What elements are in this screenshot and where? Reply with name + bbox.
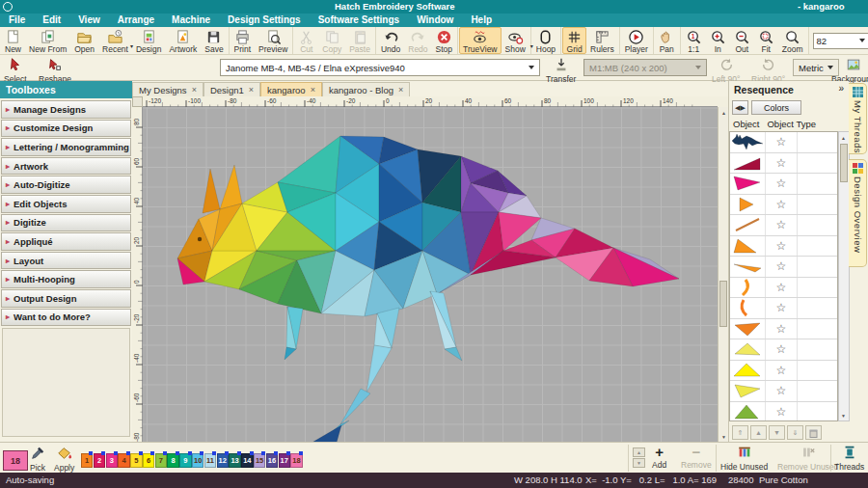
sidebar-item-artwork[interactable]: ▸Artwork <box>1 157 131 176</box>
palette-color-1[interactable]: 1 <box>81 453 93 468</box>
palette-color-10[interactable]: 10 <box>192 453 203 468</box>
close-icon[interactable]: × <box>192 86 197 95</box>
toolbar-button-open[interactable]: Open <box>70 27 98 54</box>
hide-unused-button[interactable]: Hide Unused <box>720 445 768 472</box>
sidebar-item-layout[interactable]: ▸Layout <box>1 252 131 270</box>
list-scroll-thumb[interactable] <box>840 144 848 182</box>
favorite-star-icon[interactable]: ☆ <box>766 298 798 318</box>
object-thumbnail-tri5[interactable] <box>730 257 766 277</box>
pick-color-button[interactable]: Pick <box>30 446 45 473</box>
favorite-star-icon[interactable]: ☆ <box>766 236 798 257</box>
palette-color-6[interactable]: 6 <box>143 453 154 468</box>
palette-color-13[interactable]: 13 <box>229 453 240 468</box>
sidebar-item-appliqu-[interactable]: ▸Appliqué <box>1 232 131 251</box>
favorite-star-icon[interactable]: ☆ <box>766 257 798 277</box>
favorite-star-icon[interactable]: ☆ <box>766 339 798 360</box>
favorite-star-icon[interactable]: ☆ <box>766 381 798 401</box>
menu-software-settings[interactable]: Software Settings <box>310 14 408 27</box>
sidebar-item-want-to-do-more-[interactable]: ▸Want to do More? <box>1 309 131 327</box>
panel-collapse-icon[interactable]: » <box>838 83 844 94</box>
object-row[interactable]: ☆ <box>730 361 837 382</box>
favorite-star-icon[interactable]: ☆ <box>766 195 798 215</box>
object-thumbnail-tri8[interactable] <box>730 361 766 381</box>
palette-color-18[interactable]: 18 <box>290 453 302 468</box>
palette-color-8[interactable]: 8 <box>167 453 178 468</box>
palette-color-16[interactable]: 16 <box>266 453 278 468</box>
palette-color-7[interactable]: 7 <box>155 453 167 468</box>
palette-color-9[interactable]: 9 <box>179 453 191 468</box>
object-thumbnail-tri10[interactable] <box>730 402 766 422</box>
toolbar-button-hoop[interactable]: Hoop <box>532 27 559 54</box>
toolbar-button-cut[interactable]: Cut <box>294 27 318 54</box>
object-thumbnail-tri6[interactable] <box>730 319 766 339</box>
sidebar-item-lettering-monogramming[interactable]: ▸Lettering / Monogramming <box>1 138 131 156</box>
menu-design-settings[interactable]: Design Settings <box>219 14 310 27</box>
favorite-star-icon[interactable]: ☆ <box>766 215 798 235</box>
sidebar-item-auto-digitize[interactable]: ▸Auto-Digitize <box>1 176 131 194</box>
toolbar-button-show[interactable]: Show▾ <box>502 27 529 54</box>
toolbar-button-undo[interactable]: Undo <box>377 27 404 54</box>
palette-color-11[interactable]: 11 <box>204 453 216 468</box>
toolbar-button-fit[interactable]: Fit <box>754 27 778 54</box>
sidebar-item-customize-design[interactable]: ▸Customize Design <box>1 120 131 138</box>
favorite-star-icon[interactable]: ☆ <box>766 132 798 152</box>
resequence-mode-button[interactable]: ◀▶ <box>732 100 748 115</box>
toolbar-button-copy[interactable]: Copy <box>318 27 345 54</box>
toolbar-button-grid[interactable]: Grid <box>562 27 586 54</box>
move-up-button[interactable]: ▲ <box>750 425 767 440</box>
object-thumbnail-tri7[interactable] <box>730 339 766 360</box>
menu-machine[interactable]: Machine <box>163 14 219 27</box>
favorite-star-icon[interactable]: ☆ <box>766 319 798 339</box>
doc-tab-kangaroo[interactable]: kangaroo× <box>260 82 322 96</box>
design-canvas[interactable] <box>143 107 718 442</box>
toolbar-button-rulers[interactable]: Rulers <box>586 27 618 54</box>
toolbar-button-recent[interactable]: Recent▾ <box>98 27 132 54</box>
object-thumbnail-curve[interactable] <box>730 278 766 298</box>
object-row[interactable]: ☆ <box>730 278 837 299</box>
favorite-star-icon[interactable]: ☆ <box>766 361 798 381</box>
object-row[interactable]: ☆ <box>730 402 837 422</box>
scroll-down-icon[interactable]: ▼ <box>838 410 849 420</box>
object-thumbnail-line[interactable] <box>730 215 766 235</box>
menu-window[interactable]: Window <box>408 14 462 27</box>
palette-color-12[interactable]: 12 <box>217 453 229 468</box>
palette-color-4[interactable]: 4 <box>118 453 129 468</box>
object-row[interactable]: ☆ <box>730 153 837 175</box>
toolbar-button-redo[interactable]: Redo <box>404 27 431 54</box>
sidebar-item-output-design[interactable]: ▸Output Design <box>1 289 131 308</box>
close-icon[interactable]: × <box>398 86 403 95</box>
object-thumbnail-tri4[interactable] <box>730 236 766 257</box>
object-thumbnail-kangaroo[interactable] <box>730 132 766 152</box>
colors-button[interactable]: Colors <box>751 100 801 115</box>
favorite-star-icon[interactable]: ☆ <box>766 402 798 422</box>
sidebar-item-edit-objects[interactable]: ▸Edit Objects <box>1 195 131 213</box>
palette-color-15[interactable]: 15 <box>254 453 265 468</box>
palette-size-stepper[interactable]: ▲▼ <box>633 447 645 469</box>
tab-my-threads[interactable]: My Threads <box>849 83 867 154</box>
scroll-up-icon[interactable]: ▲ <box>838 132 849 143</box>
menu-help[interactable]: Help <box>462 14 501 27</box>
toolbar-button-newfrom[interactable]: New From <box>25 27 70 54</box>
toolbar-button-player[interactable]: Player <box>621 27 652 54</box>
toolbar-button-design[interactable]: Design <box>132 27 165 54</box>
close-icon[interactable]: × <box>249 86 254 95</box>
palette-color-14[interactable]: 14 <box>241 453 253 468</box>
kangaroo-design[interactable] <box>143 107 718 442</box>
transfer-button[interactable]: Transfer <box>546 57 576 84</box>
current-color-swatch[interactable]: 18 <box>3 450 28 471</box>
add-color-button[interactable]: + Add <box>652 445 666 470</box>
toolbar-button-trueview[interactable]: TrueView <box>459 27 501 54</box>
select-button[interactable]: Select <box>4 57 27 84</box>
favorite-star-icon[interactable]: ☆ <box>766 153 798 174</box>
sidebar-item-multi-hooping[interactable]: ▸Multi-Hooping <box>1 270 131 288</box>
palette-color-3[interactable]: 3 <box>106 453 118 468</box>
favorite-star-icon[interactable]: ☆ <box>766 278 798 298</box>
threads-button[interactable]: Threads <box>834 445 864 472</box>
background-button[interactable]: Background <box>831 57 868 84</box>
object-row[interactable]: ☆ <box>730 174 837 195</box>
object-row[interactable]: ☆ <box>730 195 837 216</box>
toolbar-button-save[interactable]: Save <box>201 27 227 54</box>
object-row[interactable]: ☆ <box>730 298 837 319</box>
remove-color-button[interactable]: − Remove <box>681 445 712 470</box>
vscroll-thumb[interactable] <box>719 281 727 327</box>
